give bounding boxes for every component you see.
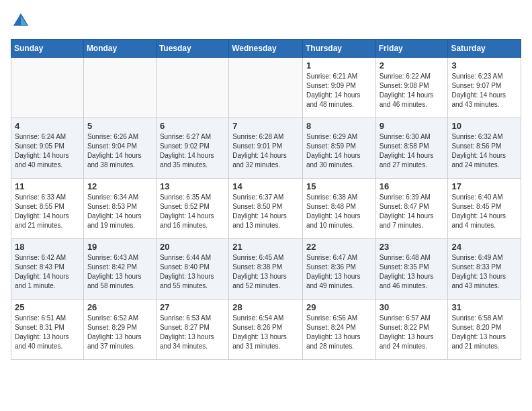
calendar-cell: 29Sunrise: 6:56 AM Sunset: 8:24 PM Dayli… [302,300,375,360]
calendar-cell: 14Sunrise: 6:37 AM Sunset: 8:50 PM Dayli… [229,179,303,239]
day-number: 1 [306,60,372,71]
day-number: 18 [15,242,80,252]
logo-icon [11,11,31,31]
day-info: Sunrise: 6:56 AM Sunset: 8:24 PM Dayligh… [306,314,372,351]
day-info: Sunrise: 6:29 AM Sunset: 8:59 PM Dayligh… [306,132,372,170]
day-number: 15 [306,181,372,191]
calendar-cell: 18Sunrise: 6:42 AM Sunset: 8:43 PM Dayli… [11,239,84,300]
weekday-header-sunday: Sunday [11,40,84,58]
day-info: Sunrise: 6:26 AM Sunset: 9:04 PM Dayligh… [87,132,152,170]
day-info: Sunrise: 6:32 AM Sunset: 8:56 PM Dayligh… [451,132,517,170]
day-info: Sunrise: 6:52 AM Sunset: 8:29 PM Dayligh… [87,314,152,351]
calendar-cell: 2Sunrise: 6:22 AM Sunset: 9:08 PM Daylig… [375,58,448,118]
calendar-week-row: 1Sunrise: 6:21 AM Sunset: 9:09 PM Daylig… [11,58,521,118]
day-number: 29 [306,302,372,312]
calendar-week-row: 18Sunrise: 6:42 AM Sunset: 8:43 PM Dayli… [11,239,521,300]
weekday-header-saturday: Saturday [448,40,521,58]
day-number: 14 [232,181,299,191]
calendar-cell [11,58,84,118]
calendar-cell: 5Sunrise: 6:26 AM Sunset: 9:04 PM Daylig… [83,118,156,179]
day-number: 9 [380,121,445,131]
day-info: Sunrise: 6:51 AM Sunset: 8:31 PM Dayligh… [15,314,80,351]
calendar-cell: 22Sunrise: 6:47 AM Sunset: 8:36 PM Dayli… [302,239,375,300]
calendar-week-row: 11Sunrise: 6:33 AM Sunset: 8:55 PM Dayli… [11,179,521,239]
calendar-cell: 13Sunrise: 6:35 AM Sunset: 8:52 PM Dayli… [156,179,228,239]
logo [11,11,34,31]
day-info: Sunrise: 6:34 AM Sunset: 8:53 PM Dayligh… [87,193,152,230]
calendar-cell: 1Sunrise: 6:21 AM Sunset: 9:09 PM Daylig… [302,58,375,118]
calendar-cell: 20Sunrise: 6:44 AM Sunset: 8:40 PM Dayli… [156,239,228,300]
calendar-cell: 28Sunrise: 6:54 AM Sunset: 8:26 PM Dayli… [229,300,303,360]
day-number: 30 [380,302,445,312]
calendar-week-row: 4Sunrise: 6:24 AM Sunset: 9:05 PM Daylig… [11,118,521,179]
calendar-cell: 23Sunrise: 6:48 AM Sunset: 8:35 PM Dayli… [375,239,448,300]
day-number: 31 [451,302,517,312]
day-number: 24 [451,242,517,252]
day-info: Sunrise: 6:27 AM Sunset: 9:02 PM Dayligh… [160,132,225,170]
calendar-cell: 16Sunrise: 6:39 AM Sunset: 8:47 PM Dayli… [375,179,448,239]
page-header [11,11,521,31]
day-number: 19 [87,242,152,252]
day-info: Sunrise: 6:24 AM Sunset: 9:05 PM Dayligh… [15,132,80,170]
day-number: 8 [306,121,372,131]
day-info: Sunrise: 6:57 AM Sunset: 8:22 PM Dayligh… [380,314,445,351]
day-number: 17 [451,181,517,191]
day-number: 6 [160,121,225,131]
day-info: Sunrise: 6:48 AM Sunset: 8:35 PM Dayligh… [380,253,445,291]
day-number: 3 [451,60,517,71]
day-number: 23 [380,242,445,252]
day-number: 20 [160,242,225,252]
calendar-cell: 30Sunrise: 6:57 AM Sunset: 8:22 PM Dayli… [375,300,448,360]
weekday-header-thursday: Thursday [302,40,375,58]
calendar-cell: 21Sunrise: 6:45 AM Sunset: 8:38 PM Dayli… [229,239,303,300]
day-info: Sunrise: 6:53 AM Sunset: 8:27 PM Dayligh… [160,314,225,351]
day-info: Sunrise: 6:44 AM Sunset: 8:40 PM Dayligh… [160,253,225,291]
day-info: Sunrise: 6:54 AM Sunset: 8:26 PM Dayligh… [232,314,299,351]
day-info: Sunrise: 6:58 AM Sunset: 8:20 PM Dayligh… [451,314,517,351]
day-number: 26 [87,302,152,312]
day-info: Sunrise: 6:37 AM Sunset: 8:50 PM Dayligh… [232,193,299,230]
calendar-cell: 7Sunrise: 6:28 AM Sunset: 9:01 PM Daylig… [229,118,303,179]
calendar-cell [229,58,303,118]
day-number: 2 [380,60,445,71]
day-info: Sunrise: 6:23 AM Sunset: 9:07 PM Dayligh… [451,72,517,109]
weekday-header-tuesday: Tuesday [156,40,228,58]
weekday-header-monday: Monday [83,40,156,58]
calendar-cell [83,58,156,118]
calendar-cell: 3Sunrise: 6:23 AM Sunset: 9:07 PM Daylig… [448,58,521,118]
day-number: 11 [15,181,80,191]
day-info: Sunrise: 6:45 AM Sunset: 8:38 PM Dayligh… [232,253,299,291]
calendar-cell: 9Sunrise: 6:30 AM Sunset: 8:58 PM Daylig… [375,118,448,179]
calendar-cell: 25Sunrise: 6:51 AM Sunset: 8:31 PM Dayli… [11,300,84,360]
day-info: Sunrise: 6:40 AM Sunset: 8:45 PM Dayligh… [451,193,517,230]
day-number: 12 [87,181,152,191]
day-number: 27 [160,302,225,312]
day-info: Sunrise: 6:35 AM Sunset: 8:52 PM Dayligh… [160,193,225,230]
day-number: 7 [232,121,299,131]
day-info: Sunrise: 6:49 AM Sunset: 8:33 PM Dayligh… [451,253,517,291]
day-number: 16 [380,181,445,191]
calendar-cell: 31Sunrise: 6:58 AM Sunset: 8:20 PM Dayli… [448,300,521,360]
calendar-cell: 19Sunrise: 6:43 AM Sunset: 8:42 PM Dayli… [83,239,156,300]
day-number: 13 [160,181,225,191]
day-number: 28 [232,302,299,312]
calendar-cell: 24Sunrise: 6:49 AM Sunset: 8:33 PM Dayli… [448,239,521,300]
day-number: 5 [87,121,152,131]
calendar-table: SundayMondayTuesdayWednesdayThursdayFrid… [11,39,521,360]
day-info: Sunrise: 6:39 AM Sunset: 8:47 PM Dayligh… [380,193,445,230]
day-info: Sunrise: 6:33 AM Sunset: 8:55 PM Dayligh… [15,193,80,230]
calendar-cell: 10Sunrise: 6:32 AM Sunset: 8:56 PM Dayli… [448,118,521,179]
day-info: Sunrise: 6:42 AM Sunset: 8:43 PM Dayligh… [15,253,80,291]
calendar-cell: 26Sunrise: 6:52 AM Sunset: 8:29 PM Dayli… [83,300,156,360]
day-info: Sunrise: 6:21 AM Sunset: 9:09 PM Dayligh… [306,72,372,109]
calendar-cell: 11Sunrise: 6:33 AM Sunset: 8:55 PM Dayli… [11,179,84,239]
day-info: Sunrise: 6:30 AM Sunset: 8:58 PM Dayligh… [380,132,445,170]
day-number: 4 [15,121,80,131]
day-info: Sunrise: 6:38 AM Sunset: 8:48 PM Dayligh… [306,193,372,230]
calendar-cell: 4Sunrise: 6:24 AM Sunset: 9:05 PM Daylig… [11,118,84,179]
day-number: 25 [15,302,80,312]
weekday-header-wednesday: Wednesday [229,40,303,58]
calendar-week-row: 25Sunrise: 6:51 AM Sunset: 8:31 PM Dayli… [11,300,521,360]
day-info: Sunrise: 6:47 AM Sunset: 8:36 PM Dayligh… [306,253,372,291]
calendar-cell [156,58,228,118]
